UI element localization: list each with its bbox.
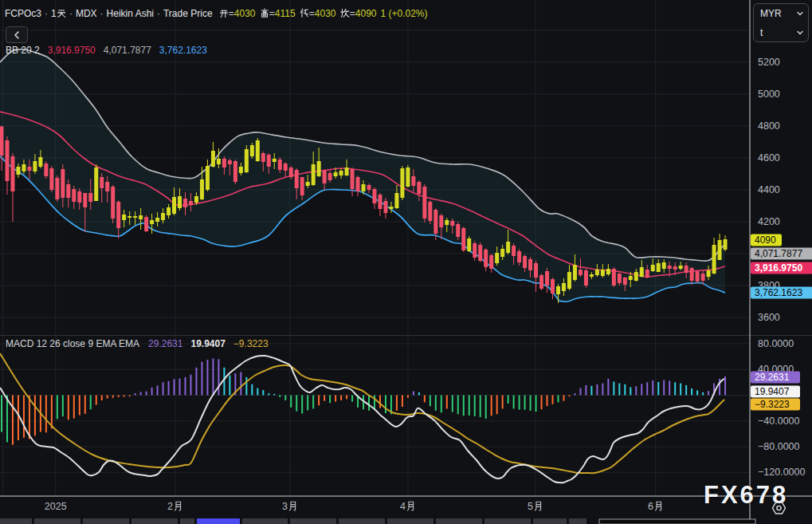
- macd-histogram-bar: [151, 388, 153, 396]
- price-badge: 3,762.1623: [751, 287, 812, 299]
- macd-histogram-bar: [1, 396, 2, 432]
- candle-body: [445, 220, 449, 225]
- candle-body: [651, 265, 655, 271]
- interval[interactable]: 1: [51, 8, 66, 19]
- cjk-glyph: [57, 8, 66, 18]
- macd-histogram-bar: [307, 396, 308, 411]
- candle-body: [428, 202, 432, 221]
- price-type: Trade Price: [163, 8, 213, 19]
- candle-body: [362, 184, 366, 191]
- candle-body: [61, 169, 65, 198]
- strip-segment[interactable]: [34, 518, 80, 524]
- price-axis[interactable]: 5200500048004600440042003800360080.00004…: [750, 0, 812, 524]
- candle-body: [629, 276, 633, 280]
- candle-body: [417, 182, 421, 194]
- strip-segment[interactable]: [339, 518, 385, 524]
- candle-body: [367, 185, 371, 190]
- strip-segment[interactable]: [242, 518, 288, 524]
- macd-histogram-bar: [424, 396, 426, 403]
- strip-segment[interactable]: [569, 518, 586, 524]
- macd-histogram-bar: [279, 396, 280, 397]
- macd-histogram-bar: [245, 377, 247, 396]
- cjk-glyph: [300, 8, 309, 18]
- strip-segment[interactable]: [533, 518, 567, 524]
- candle-body: [372, 189, 376, 203]
- candle-body: [345, 167, 349, 175]
- macd-histogram-bar: [163, 382, 164, 395]
- strip-segment[interactable]: [436, 518, 482, 524]
- macd-indicator-legend[interactable]: MACD 12 26 close 9 EMA EMA29.263119.9407…: [6, 338, 269, 349]
- macd-histogram-bar: [179, 379, 181, 396]
- macd-histogram-bar: [413, 392, 414, 396]
- macd-histogram-bar: [385, 396, 386, 414]
- strip-segment[interactable]: [387, 518, 433, 524]
- macd-histogram-bar: [613, 382, 614, 396]
- macd-histogram-bar: [273, 394, 275, 396]
- bb-name: BB 20 2: [6, 45, 40, 56]
- macd-histogram-bar: [530, 396, 532, 411]
- strip-segment[interactable]: [484, 518, 531, 524]
- bollinger-band-fill: [0, 49, 725, 301]
- candle-body: [284, 164, 288, 171]
- time-axis-label: 4: [400, 501, 416, 512]
- macd-tick-label: 80.0000: [758, 338, 794, 349]
- candle-body: [690, 268, 694, 281]
- candle-body: [27, 167, 31, 171]
- macd-histogram-bar: [284, 396, 286, 400]
- candle-body: [562, 283, 566, 291]
- candle-body: [356, 177, 360, 191]
- strip-segment[interactable]: [290, 518, 336, 524]
- candle-body: [206, 166, 210, 190]
- candle-body: [450, 221, 454, 226]
- gear-icon[interactable]: [771, 501, 787, 515]
- candle-body: [673, 266, 677, 270]
- candle-body: [422, 187, 426, 219]
- macd-histogram-bar: [513, 396, 515, 409]
- macd-histogram-bar: [262, 390, 264, 395]
- bb-indicator-legend[interactable]: BB 20 23,916.97504,071.78773,762.1623: [6, 45, 207, 56]
- candle-body: [506, 242, 510, 253]
- strip-segment-active[interactable]: [197, 518, 240, 524]
- candle-body: [685, 266, 688, 273]
- macd-histogram-bar: [652, 380, 653, 396]
- candle-body: [339, 171, 343, 175]
- candle-body: [394, 193, 398, 208]
- candle-body: [16, 167, 20, 175]
- macd-histogram-bar: [491, 396, 492, 416]
- candle-body: [400, 168, 404, 198]
- candle-body: [133, 216, 137, 218]
- macd-histogram-bar: [45, 396, 47, 433]
- macd-histogram-bar: [124, 396, 125, 397]
- candle-body: [389, 207, 393, 209]
- symbol-name[interactable]: FCPOc3: [5, 8, 41, 19]
- macd-histogram-bar: [118, 396, 120, 397]
- macd-histogram-bar: [563, 396, 564, 401]
- candle-body: [228, 160, 232, 164]
- macd-signal-value: −9.3223: [233, 338, 269, 349]
- macd-histogram-bar: [268, 393, 269, 395]
- candle-body: [22, 164, 25, 171]
- candle-body: [33, 161, 37, 171]
- back-button[interactable]: [6, 26, 28, 43]
- candle-body: [278, 160, 282, 170]
- strip-segment[interactable]: [0, 518, 32, 524]
- candle-body: [261, 153, 265, 162]
- strip-segment[interactable]: [83, 518, 129, 524]
- macd-histogram-bar: [190, 375, 191, 396]
- candle-body: [545, 271, 549, 286]
- macd-histogram-bar: [135, 393, 136, 395]
- candle-body: [612, 269, 616, 286]
- macd-histogram-bar: [590, 386, 592, 396]
- candle-body: [306, 182, 310, 186]
- candle-body: [634, 272, 638, 281]
- candle-body: [383, 201, 387, 213]
- strip-segment[interactable]: [131, 518, 178, 524]
- candle-body: [77, 191, 81, 203]
- strip-segment[interactable]: [180, 518, 194, 524]
- price-chart-canvas[interactable]: [0, 0, 812, 524]
- strip-viewport-box[interactable]: [599, 519, 755, 524]
- macd-histogram-bar: [12, 396, 14, 445]
- macd-histogram-bar: [107, 396, 108, 399]
- candle-body: [433, 210, 437, 234]
- macd-histogram-bar: [696, 390, 698, 395]
